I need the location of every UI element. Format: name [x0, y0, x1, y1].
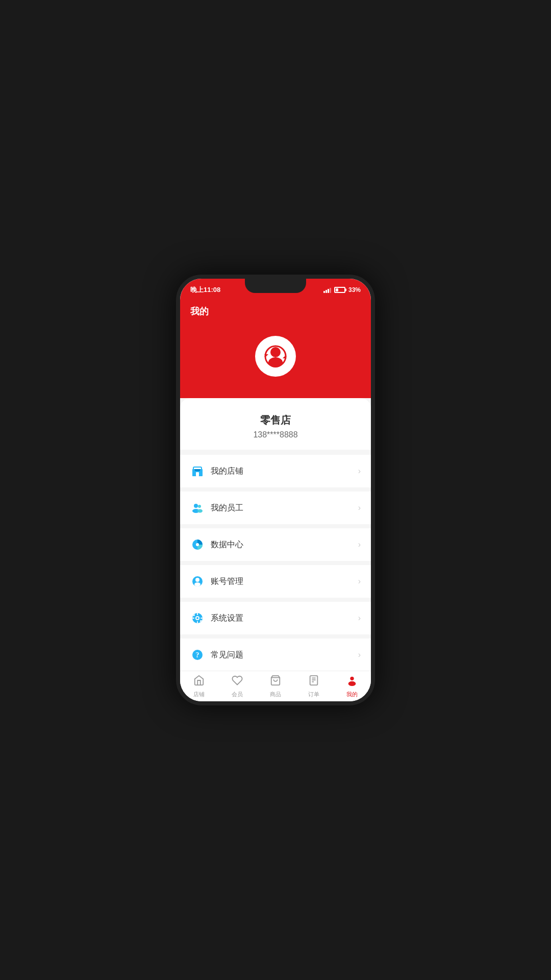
bottom-nav: 店铺 会员 商品	[180, 671, 371, 701]
faq-icon: ?	[190, 648, 205, 662]
goods-nav-icon	[270, 675, 281, 689]
nav-item-member[interactable]: 会员	[218, 671, 257, 702]
member-nav-icon	[232, 675, 243, 689]
settings-label: 系统设置	[211, 613, 243, 624]
data-chevron: ›	[358, 540, 361, 549]
menu-item-data[interactable]: 数据中心 ›	[180, 528, 371, 561]
store-nav-label: 店铺	[193, 691, 205, 698]
svg-rect-19	[197, 621, 198, 623]
svg-point-33	[350, 676, 354, 680]
nav-item-goods[interactable]: 商品	[257, 671, 295, 702]
settings-icon	[190, 611, 205, 625]
avatar	[255, 336, 296, 377]
battery-icon	[334, 287, 345, 293]
svg-point-17	[196, 617, 198, 619]
nav-item-order[interactable]: 订单	[294, 671, 333, 702]
svg-point-34	[348, 681, 356, 685]
main-content: 零售店 138****8888 我的店铺 ›	[180, 398, 371, 705]
battery-percent: 33%	[348, 286, 361, 293]
store-nav-icon	[193, 675, 205, 689]
svg-rect-18	[197, 613, 198, 615]
account-icon	[190, 574, 205, 589]
svg-point-14	[194, 582, 201, 586]
profile-card: 零售店 138****8888	[180, 398, 371, 450]
employee-chevron: ›	[358, 503, 361, 512]
menu-item-employee[interactable]: 我的员工 ›	[180, 492, 371, 524]
nav-item-mine[interactable]: 我的	[333, 671, 371, 702]
svg-point-13	[195, 578, 199, 582]
employee-label: 我的员工	[211, 503, 243, 513]
page-title: 我的	[190, 305, 361, 317]
goods-nav-label: 商品	[270, 691, 281, 698]
time-display: 晚上11:08	[190, 285, 220, 295]
notch	[245, 279, 306, 293]
svg-rect-20	[192, 618, 194, 619]
svg-rect-5	[196, 472, 199, 476]
shop-chevron: ›	[358, 467, 361, 476]
faq-label: 常见问题	[211, 650, 243, 660]
status-icons: 33%	[323, 286, 361, 293]
profile-section	[180, 336, 371, 398]
menu-list: 我的店铺 › 我的员工 ›	[180, 455, 371, 705]
settings-chevron: ›	[358, 614, 361, 623]
profile-phone: 138****8888	[190, 430, 361, 439]
employee-icon	[190, 501, 205, 515]
order-nav-label: 订单	[308, 691, 319, 698]
svg-point-6	[194, 504, 198, 508]
shop-icon	[190, 464, 205, 478]
menu-item-settings[interactable]: 系统设置 ›	[180, 602, 371, 634]
svg-point-9	[197, 509, 203, 513]
svg-point-0	[270, 347, 281, 357]
menu-item-account[interactable]: 账号管理 ›	[180, 565, 371, 598]
account-label: 账号管理	[211, 576, 243, 587]
svg-text:?: ?	[196, 651, 199, 659]
faq-chevron: ›	[358, 650, 361, 659]
signal-icon	[323, 287, 331, 293]
data-label: 数据中心	[211, 540, 243, 550]
svg-rect-21	[201, 618, 203, 619]
nav-item-store[interactable]: 店铺	[180, 671, 218, 702]
phone-frame: 晚上11:08 33% 我的	[176, 275, 375, 705]
shop-label: 我的店铺	[211, 466, 243, 477]
menu-item-faq[interactable]: ? 常见问题 ›	[180, 639, 371, 671]
profile-name: 零售店	[190, 413, 361, 427]
svg-point-11	[196, 543, 199, 546]
page-header: 我的	[180, 301, 371, 336]
mine-nav-icon	[346, 675, 358, 689]
member-nav-label: 会员	[232, 691, 243, 698]
menu-item-shop[interactable]: 我的店铺 ›	[180, 455, 371, 487]
account-chevron: ›	[358, 577, 361, 586]
svg-point-7	[198, 505, 201, 508]
order-nav-icon	[308, 675, 319, 689]
mine-nav-label: 我的	[346, 691, 358, 698]
data-icon	[190, 537, 205, 552]
